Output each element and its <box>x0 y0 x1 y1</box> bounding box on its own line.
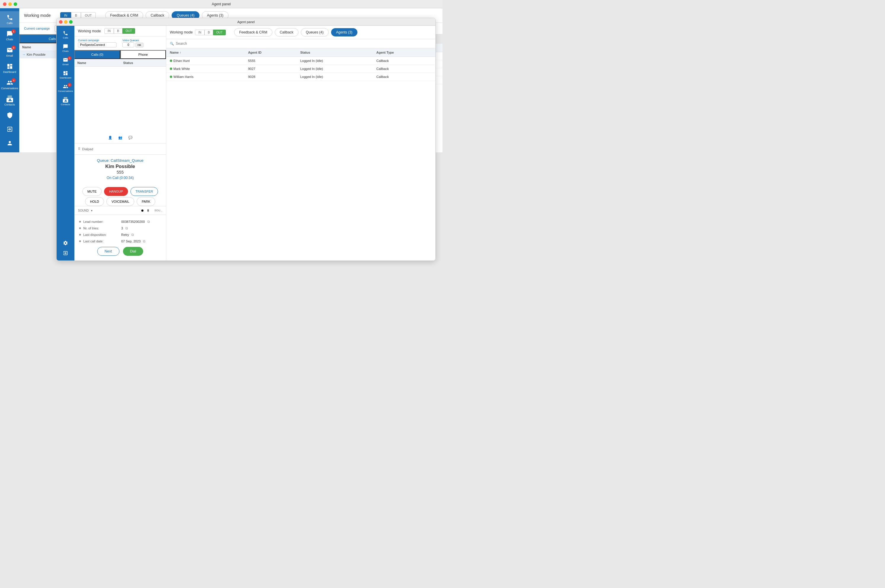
next-button[interactable]: Next <box>97 247 120 256</box>
inner-out-btn[interactable]: OUT <box>122 28 135 34</box>
inner-in-btn[interactable]: IN <box>104 28 114 34</box>
mute-button[interactable]: MUTE <box>82 187 102 196</box>
hold-button[interactable]: HOLD <box>85 197 104 206</box>
inner-dashboard-icon <box>63 70 68 76</box>
park-button[interactable]: PARK <box>136 197 155 206</box>
dialpad-label: Dialpad <box>82 147 93 151</box>
play-icon[interactable]: ⏺ <box>141 208 144 212</box>
status-indicator <box>170 68 172 70</box>
inner-tab-callback[interactable]: Callback <box>275 28 298 36</box>
person-icon[interactable]: 👤 <box>107 135 114 141</box>
copy-disposition[interactable]: ⧉ <box>131 232 134 237</box>
user-icon <box>6 140 13 146</box>
copy-call-date[interactable]: ⧉ <box>143 239 146 243</box>
inner-phone-tab[interactable]: Phone <box>120 50 166 59</box>
transfer-button[interactable]: TRANSFER <box>130 187 158 196</box>
agent-status-cell: Logged In (Idle) <box>297 73 373 81</box>
sidebar-item-conversations[interactable]: 3 Conversations <box>0 76 19 93</box>
inner-right-wm-title: Working mode <box>170 30 193 34</box>
agent-type-cell: Callback <box>373 73 435 81</box>
sidebar-calls-label: Calls <box>6 22 12 25</box>
copy-lead-number[interactable]: ⧉ <box>147 220 150 224</box>
sidebar-item-dashboard[interactable]: Dashboard <box>0 60 19 76</box>
hangup-button[interactable]: HANGUP <box>104 187 128 196</box>
agent-name-cell: Mark White <box>166 65 244 73</box>
sidebar-logout[interactable] <box>5 123 15 135</box>
voicemail-button[interactable]: VOICEMAIL <box>106 197 134 206</box>
inner-right-out-btn[interactable]: OUT <box>213 30 226 35</box>
sidebar-user[interactable] <box>5 137 15 149</box>
agent-type-cell: Callback <box>373 65 435 73</box>
inner-hk-button[interactable]: HK <box>135 43 144 47</box>
sidebar-dashboard-label: Dashboard <box>3 70 16 74</box>
dial-button[interactable]: Dial <box>123 247 144 256</box>
inner-sidebar-calls[interactable]: Calls <box>57 28 74 42</box>
agent-panel-maximize[interactable] <box>69 20 73 24</box>
inner-tab-feedback[interactable]: Feedback & CRM <box>234 28 272 36</box>
sidebar-conversations-label: Conversations <box>1 87 18 90</box>
sidebar-bottom <box>5 109 15 152</box>
inner-status-header: Status <box>120 59 166 66</box>
agent-panel-close[interactable] <box>59 20 63 24</box>
inner-logout-icon <box>63 250 68 256</box>
inner-email-label: Email <box>63 63 69 66</box>
call-date-row: Last call date: 07 Sep, 2023 ⧉ <box>79 239 161 243</box>
inner-vq-label: Voice Queues <box>122 39 144 42</box>
close-button[interactable] <box>3 2 6 6</box>
agent-status-header: Status <box>297 48 373 57</box>
conversations-badge: 3 <box>12 78 16 82</box>
disposition-label: Last disposition: <box>83 233 119 237</box>
lead-action-buttons: Next Dial <box>79 247 161 256</box>
agent-panel-body: Calls Chats 5 Email Dashboard 3 Conversa… <box>57 26 435 261</box>
call-date-label: Last call date: <box>83 240 119 243</box>
sou-label: SOU... <box>154 209 162 212</box>
inner-sidebar-dashboard[interactable]: Dashboard <box>57 68 74 81</box>
current-campaign-label: Current campaign <box>24 27 50 30</box>
maximize-button[interactable] <box>14 2 17 6</box>
inner-campaign-input[interactable] <box>78 42 117 47</box>
agent-row: Ethan Hunt 5555 Logged In (Idle) Callbac… <box>166 57 435 65</box>
inner-right-b-btn[interactable]: B <box>204 30 213 35</box>
inner-vq-input[interactable] <box>122 42 134 47</box>
agent-status-cell: Logged In (Idle) <box>297 57 373 65</box>
inner-sidebar-conversations[interactable]: 3 Conversations <box>57 81 74 95</box>
sound-chevron[interactable]: ▾ <box>91 209 93 212</box>
status-indicator <box>170 76 172 78</box>
copy-tries[interactable]: ⧉ <box>125 226 128 230</box>
tries-row: Nr. of tries: 3 ⧉ <box>79 226 161 230</box>
sidebar-contacts-label: Contacts <box>4 103 15 106</box>
agent-name-cell: Ethan Hunt <box>166 57 244 65</box>
inner-logout[interactable] <box>62 248 69 258</box>
agent-panel-minimize[interactable] <box>64 20 68 24</box>
inner-b-btn[interactable]: B <box>114 28 122 34</box>
sidebar-item-contacts[interactable]: Contacts <box>0 93 19 109</box>
traffic-lights <box>3 2 17 6</box>
inner-tab-queues[interactable]: Queues (4) <box>301 28 329 36</box>
inner-settings-icon <box>63 240 68 246</box>
caller-number: 555 <box>78 170 162 175</box>
inner-calls-tab[interactable]: Calls (0) <box>74 50 120 59</box>
sidebar-item-chats[interactable]: 1 Chats <box>0 28 19 44</box>
minimize-button[interactable] <box>8 2 12 6</box>
sidebar-settings[interactable] <box>5 109 15 122</box>
inner-conversations-label: Conversations <box>58 90 73 93</box>
inner-contacts-label: Contacts <box>61 103 70 106</box>
inner-search-input[interactable] <box>176 42 432 46</box>
add-person-icon[interactable]: 👥 <box>117 135 124 141</box>
pause-icon[interactable]: ⏸ <box>146 208 150 212</box>
call-timer: On Call (0:00:34) <box>78 176 162 180</box>
queue-name: Queue: CallStream_Queue <box>78 158 162 163</box>
dialpad-header: ⠿ Dialpad <box>78 147 162 151</box>
inner-sidebar-contacts[interactable]: Contacts <box>57 95 74 108</box>
sidebar-item-email[interactable]: 5 Email <box>0 44 19 60</box>
main-sidebar: Calls 1 Chats 5 Email Dashboard 3 Conver… <box>0 8 19 152</box>
agent-type-header: Agent Type <box>373 48 435 57</box>
inner-settings[interactable] <box>62 238 69 248</box>
sidebar-item-calls[interactable]: Calls <box>0 11 19 28</box>
inner-tab-agents[interactable]: Agents (3) <box>331 28 357 36</box>
chat-bubble-icon[interactable]: 💬 <box>127 135 134 141</box>
inner-sidebar-chats[interactable]: Chats <box>57 42 74 55</box>
inner-right-in-btn[interactable]: IN <box>195 30 204 35</box>
inner-sidebar-email[interactable]: 5 Email <box>57 55 74 68</box>
inner-search-icon: 🔍 <box>170 42 174 46</box>
